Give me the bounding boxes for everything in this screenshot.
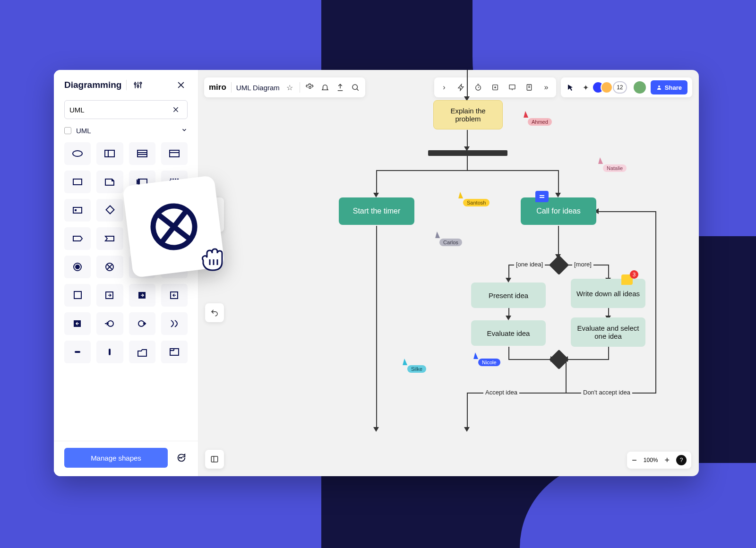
arrow-icon — [373, 193, 379, 197]
shape-table[interactable] — [161, 142, 188, 165]
cursor-icon — [598, 157, 605, 164]
category-row-uml[interactable]: UML — [54, 124, 198, 139]
shape-enter-left-filled[interactable] — [64, 312, 91, 335]
canvas[interactable]: Explain the problem Start the timer Call… — [198, 70, 699, 476]
flow-edge — [596, 211, 656, 212]
svg-point-50 — [181, 457, 182, 458]
checkbox-icon[interactable] — [64, 127, 71, 134]
zoom-in-button[interactable]: + — [664, 455, 670, 465]
shape-flowfinal[interactable] — [161, 312, 188, 335]
cursor-natalie: Natalie — [603, 164, 627, 172]
shape-square[interactable] — [64, 284, 91, 307]
arrow-icon — [464, 427, 470, 432]
svg-point-5 — [140, 82, 142, 84]
svg-rect-24 — [75, 209, 77, 211]
flow-edge — [508, 347, 509, 360]
arrow-icon — [506, 316, 511, 320]
edge-label-accept: Accept idea — [483, 389, 519, 396]
svg-point-49 — [179, 457, 180, 458]
edge-label-dont-accept: Don't accept idea — [581, 389, 632, 396]
flow-edge — [467, 70, 468, 98]
node-present[interactable]: Present idea — [471, 283, 546, 308]
clear-search-icon[interactable] — [169, 103, 182, 116]
cursor-icon — [524, 111, 530, 118]
help-icon[interactable]: ? — [676, 455, 687, 465]
cursor-santosh: Santosh — [463, 199, 490, 206]
shape-receive[interactable] — [96, 227, 123, 250]
flow-edge — [467, 156, 468, 170]
shape-window[interactable] — [161, 341, 188, 363]
shape-package[interactable] — [96, 142, 123, 165]
shapes-panel: Diagramming UML — [54, 70, 198, 476]
arrow-icon — [373, 427, 379, 432]
chat-icon[interactable] — [174, 451, 188, 464]
cursor-icon — [458, 192, 465, 198]
shape-merge[interactable] — [129, 312, 155, 335]
close-icon[interactable] — [174, 78, 188, 92]
svg-rect-23 — [73, 207, 82, 213]
cursor-carlos: Carlos — [439, 239, 462, 246]
svg-rect-18 — [73, 179, 82, 185]
shape-folder[interactable] — [129, 341, 155, 363]
chevron-down-icon[interactable] — [181, 127, 188, 135]
grab-cursor-icon — [198, 248, 227, 276]
node-evaluate[interactable]: Evaluate idea — [471, 320, 546, 346]
comment-icon[interactable] — [535, 191, 549, 202]
edge-label-more: [more] — [572, 261, 593, 268]
cursor-ahmed: Ahmed — [528, 118, 552, 126]
svg-point-31 — [75, 265, 80, 269]
svg-rect-37 — [74, 291, 81, 299]
shape-filled-circle[interactable] — [64, 256, 91, 278]
shape-tag[interactable] — [64, 227, 91, 250]
cursor-silke: Silke — [407, 365, 426, 373]
zoom-out-button[interactable]: − — [632, 455, 637, 465]
node-call-ideas[interactable]: Call for ideas — [521, 197, 596, 225]
svg-rect-45 — [109, 349, 111, 355]
shape-circle-x[interactable] — [96, 256, 123, 278]
filters-icon[interactable] — [131, 78, 145, 92]
shape-note[interactable] — [96, 171, 123, 193]
panel-title: Diagramming — [64, 80, 121, 90]
node-sync-bar[interactable] — [428, 150, 507, 156]
shape-minus[interactable] — [64, 341, 91, 363]
flow-edge — [566, 360, 567, 393]
shape-search-input[interactable] — [64, 100, 188, 119]
flow-edge — [508, 359, 553, 360]
node-explain[interactable]: Explain the problem — [433, 100, 503, 129]
edge-label-one-idea: [one idea] — [514, 261, 545, 268]
category-label: UML — [76, 127, 176, 135]
svg-rect-44 — [75, 351, 80, 353]
shape-rect[interactable] — [64, 171, 91, 193]
svg-point-3 — [135, 83, 137, 85]
flow-edge — [566, 359, 609, 360]
cursor-icon — [403, 359, 409, 365]
zoom-control: − 100% + ? — [627, 452, 691, 469]
arrow-icon — [506, 278, 511, 283]
shape-exit-left[interactable] — [161, 284, 188, 307]
cursor-icon — [473, 352, 480, 359]
svg-rect-25 — [106, 206, 114, 214]
node-decision[interactable] — [549, 255, 569, 275]
shape-diamond[interactable] — [96, 199, 123, 222]
search-text[interactable] — [69, 106, 169, 114]
flow-edge — [655, 211, 656, 394]
svg-point-10 — [73, 151, 82, 156]
shape-join[interactable] — [96, 312, 123, 335]
cursor-nicole: Nicole — [478, 359, 500, 366]
svg-point-4 — [137, 86, 139, 87]
shape-class[interactable] — [129, 142, 155, 165]
zoom-value: 100% — [644, 457, 658, 463]
node-start-timer[interactable]: Start the timer — [339, 197, 414, 225]
shape-exit-right-filled[interactable] — [129, 284, 155, 307]
shape-exit-right[interactable] — [96, 284, 123, 307]
shape-ellipse[interactable] — [64, 142, 91, 165]
shape-vbar-short[interactable] — [96, 341, 123, 363]
node-evalselect[interactable]: Evaluate and select one idea — [571, 317, 645, 347]
flow-edge — [376, 226, 377, 430]
flow-edge — [608, 347, 609, 360]
shape-object[interactable] — [64, 199, 91, 222]
node-writedown[interactable]: Write down all ideas — [571, 279, 645, 308]
flow-edge — [467, 393, 468, 430]
manage-shapes-button[interactable]: Manage shapes — [64, 448, 168, 468]
flow-edge — [376, 170, 558, 171]
